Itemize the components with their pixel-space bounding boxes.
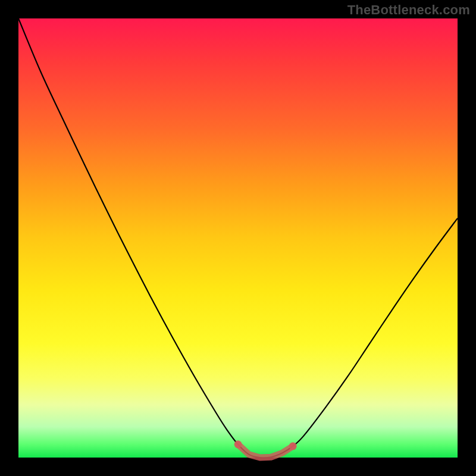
bottleneck-chart: TheBottleneck.com [0, 0, 476, 476]
svg-point-0 [234, 440, 242, 448]
plot-area [18, 18, 458, 458]
curve-path [18, 18, 458, 458]
svg-point-1 [289, 442, 297, 450]
watermark-text: TheBottleneck.com [347, 2, 470, 18]
curve-svg [18, 18, 458, 458]
highlight-path [238, 444, 293, 458]
